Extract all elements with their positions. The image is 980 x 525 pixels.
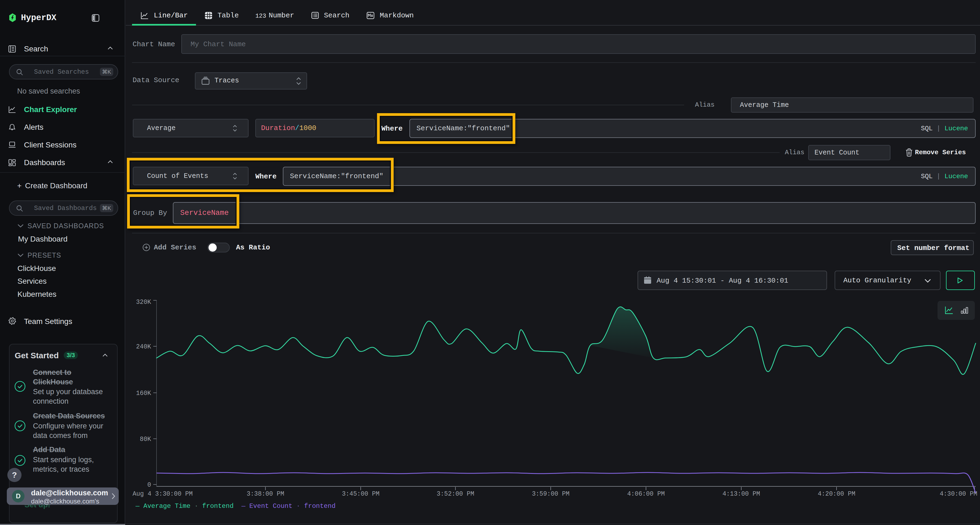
svg-text:4:30:00 PM: 4:30:00 PM <box>940 490 977 498</box>
svg-text:3:59:00 PM: 3:59:00 PM <box>532 490 570 498</box>
svg-text:4:13:00 PM: 4:13:00 PM <box>722 490 760 498</box>
svg-text:240K: 240K <box>136 343 151 351</box>
svg-text:80K: 80K <box>140 436 151 443</box>
svg-text:4:06:00 PM: 4:06:00 PM <box>627 490 665 498</box>
svg-text:3:52:00 PM: 3:52:00 PM <box>437 490 474 498</box>
svg-text:4:20:00 PM: 4:20:00 PM <box>818 490 855 498</box>
svg-text:Aug 4 3:30:00 PM: Aug 4 3:30:00 PM <box>132 490 193 498</box>
svg-text:3:45:00 PM: 3:45:00 PM <box>342 490 379 498</box>
svg-text:0: 0 <box>147 482 151 489</box>
svg-text:160K: 160K <box>136 390 151 397</box>
svg-text:3:38:00 PM: 3:38:00 PM <box>247 490 284 498</box>
svg-text:320K: 320K <box>136 299 151 306</box>
